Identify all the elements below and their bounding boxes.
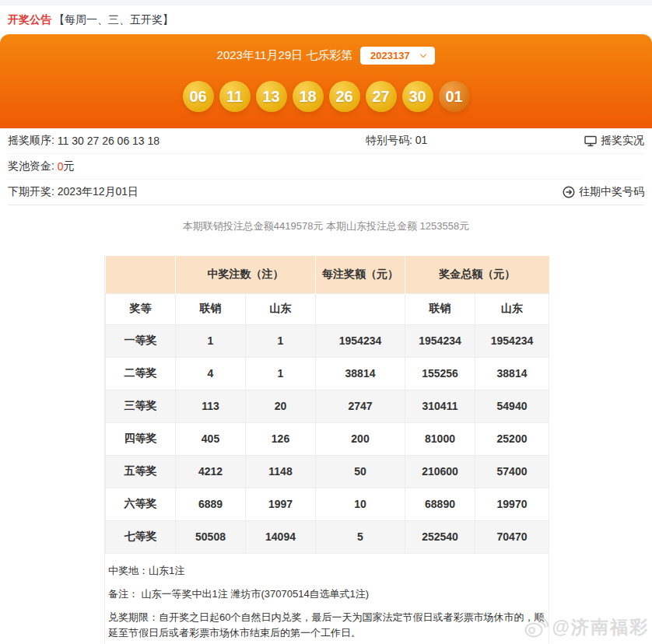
value-cell: 57400 — [475, 455, 549, 488]
lottery-ball: 13 — [256, 81, 287, 112]
value-cell: 50508 — [176, 520, 246, 553]
prize-tier-cell: 五等奖 — [106, 455, 176, 488]
value-cell: 54940 — [475, 390, 549, 422]
next-draw-date: 2023年12月01日 — [58, 185, 138, 199]
deadline-note: 兑奖期限：自开奖之日起60个自然日内兑奖，最后一天为国家法定节假日或者彩票市场休… — [108, 610, 545, 641]
draw-order-value: 11 30 27 26 06 13 18 — [58, 135, 159, 147]
table-group-header-row: 中奖注数（注） 每注奖额（元） 奖金总额（元） — [106, 256, 549, 293]
lottery-ball: 06 — [183, 81, 214, 112]
group-header-empty — [106, 256, 176, 293]
announcement-bar: 开奖公告 【每周一、三、五开奖】 — [0, 5, 652, 34]
value-cell: 1954234 — [316, 324, 405, 357]
group-header-prize-per-bet: 每注奖额（元） — [316, 256, 405, 293]
prize-pool-value: 0 — [58, 160, 64, 173]
sub-header-shandong: 山东 — [246, 293, 316, 324]
circle-arrow-right-icon — [563, 186, 575, 198]
prize-pool-label: 奖池资金: — [8, 159, 58, 173]
prize-tier-cell: 三等奖 — [106, 390, 176, 422]
table-row: 三等奖11320274731041154940 — [106, 390, 549, 422]
special-number-group: 特别号码: 01 — [366, 134, 427, 148]
value-cell: 1997 — [246, 488, 316, 520]
value-cell: 405 — [176, 422, 246, 455]
value-cell: 210600 — [405, 455, 475, 488]
lottery-ball: 11 — [219, 81, 251, 112]
sub-header-tier: 奖等 — [106, 293, 176, 324]
draw-date-label: 2023年11月29日 七乐彩第 — [217, 48, 353, 63]
top-strip — [0, 0, 652, 5]
value-cell: 1148 — [246, 455, 316, 488]
group-header-prize-total: 奖金总额（元） — [405, 256, 549, 293]
history-numbers-link[interactable]: 往期中奖号码 — [563, 185, 644, 199]
prize-tier-cell: 一等奖 — [106, 324, 176, 357]
draw-schedule-label: 【每周一、三、五开奖】 — [54, 13, 174, 27]
prize-pool-unit: 元 — [64, 159, 75, 173]
value-cell: 4212 — [176, 455, 246, 488]
special-lottery-ball: 01 — [439, 81, 470, 112]
sub-header-lianxiao2: 联销 — [405, 293, 475, 324]
value-cell: 81000 — [405, 422, 475, 455]
draw-order-row: 摇奖顺序: 11 30 27 26 06 13 18 特别号码: 01 摇奖实况 — [8, 128, 644, 154]
table-row: 四等奖4051262008100025200 — [106, 422, 549, 455]
prize-tier-cell: 七等奖 — [106, 520, 176, 553]
next-draw-row: 下期开奖: 2023年12月01日 往期中奖号码 — [8, 180, 644, 205]
value-cell: 252540 — [405, 520, 475, 553]
value-cell: 38814 — [475, 357, 549, 390]
winning-numbers-row: 0611131826273001 — [0, 81, 652, 112]
value-cell: 25200 — [475, 422, 549, 455]
value-cell: 155256 — [405, 357, 475, 390]
prize-tier-cell: 二等奖 — [106, 357, 176, 390]
monitor-icon — [584, 135, 597, 147]
prize-table: 中奖注数（注） 每注奖额（元） 奖金总额（元） 奖等 联销 山东 联销 山东 一… — [105, 256, 549, 554]
winner-location-note: 中奖地：山东1注 — [108, 563, 545, 579]
value-cell: 1954234 — [405, 324, 475, 357]
value-cell: 38814 — [316, 357, 405, 390]
notes-section: 中奖地：山东1注 备注： 山东一等奖中出1注 潍坊市(37070514自选单式1… — [105, 554, 549, 641]
value-cell: 19970 — [475, 488, 549, 520]
prize-tier-cell: 四等奖 — [106, 422, 176, 455]
value-cell: 2747 — [316, 390, 405, 422]
lottery-ball: 18 — [293, 81, 324, 112]
prize-panel: 中奖注数（注） 每注奖额（元） 奖金总额（元） 奖等 联销 山东 联销 山东 一… — [104, 256, 549, 643]
issue-dropdown[interactable]: 2023137 — [360, 47, 435, 65]
value-cell: 200 — [316, 422, 405, 455]
draw-date-row: 2023年11月29日 七乐彩第 2023137 — [0, 34, 652, 65]
live-draw-link[interactable]: 摇奖实况 — [584, 134, 644, 148]
sub-header-empty — [316, 293, 405, 324]
value-cell: 1 — [176, 324, 246, 357]
info-section: 摇奖顺序: 11 30 27 26 06 13 18 特别号码: 01 摇奖实况… — [0, 128, 652, 205]
table-row: 七等奖5050814094525254070470 — [106, 520, 549, 553]
value-cell: 70470 — [475, 520, 549, 553]
table-row: 二等奖413881415525638814 — [106, 357, 549, 390]
sub-header-lianxiao: 联销 — [176, 293, 246, 324]
value-cell: 50 — [316, 455, 405, 488]
special-number-label: 特别号码: — [366, 134, 415, 146]
value-cell: 1 — [246, 357, 316, 390]
value-cell: 6889 — [176, 488, 246, 520]
table-sub-header-row: 奖等 联销 山东 联销 山东 — [106, 293, 549, 324]
value-cell: 68890 — [405, 488, 475, 520]
page-title: 开奖公告 — [8, 13, 51, 27]
value-cell: 20 — [246, 390, 316, 422]
value-cell: 126 — [246, 422, 316, 455]
lottery-ball: 26 — [329, 81, 360, 112]
table-row: 六等奖68891997106889019970 — [106, 488, 549, 520]
prize-tier-cell: 六等奖 — [106, 488, 176, 520]
table-row: 五等奖421211485021060057400 — [106, 455, 549, 488]
prize-pool-row: 奖池资金: 0 元 — [8, 154, 644, 180]
value-cell: 113 — [176, 390, 246, 422]
value-cell: 5 — [316, 520, 405, 553]
history-numbers-label: 往期中奖号码 — [579, 185, 644, 199]
draw-order-label: 摇奖顺序: — [8, 134, 58, 148]
value-cell: 1 — [246, 324, 316, 357]
value-cell: 310411 — [405, 390, 475, 422]
special-number-value: 01 — [415, 134, 428, 146]
sub-header-shandong2: 山东 — [475, 293, 549, 324]
value-cell: 4 — [176, 357, 246, 390]
group-header-win-counts: 中奖注数（注） — [176, 256, 316, 293]
draw-result-header: 2023年11月29日 七乐彩第 2023137 061113182627300… — [0, 34, 652, 128]
sales-summary: 本期联销投注总金额4419578元 本期山东投注总金额 1253558元 — [0, 219, 652, 231]
live-draw-label: 摇奖实况 — [601, 134, 644, 148]
value-cell: 1954234 — [475, 324, 549, 357]
watermark-text: @济南福彩 — [552, 615, 649, 639]
lottery-ball: 27 — [366, 81, 397, 112]
